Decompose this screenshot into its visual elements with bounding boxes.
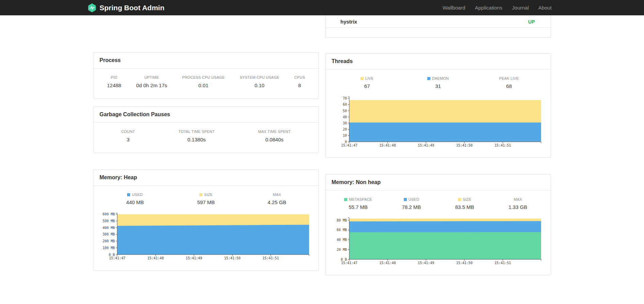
- metric: UPTIME 0d 0h 2m 17s: [135, 75, 169, 88]
- gc-metrics: COUNT 3 TOTAL TIME SPENT 0.1380s MAX TIM…: [99, 130, 312, 142]
- legend-item: LIVE 67: [332, 76, 402, 89]
- metric-value: 12488: [107, 82, 121, 88]
- svg-text:10: 10: [343, 134, 347, 137]
- health-card-partial: hystrix UP: [325, 15, 551, 38]
- legend-label: METASPACE: [349, 197, 372, 201]
- nav-link[interactable]: About: [534, 0, 556, 15]
- health-card-bottom-space: [325, 28, 551, 37]
- threads-legend: LIVE 67 DAEMON 31: [332, 76, 545, 89]
- legend-label: SIZE: [204, 193, 213, 197]
- legend-item: PEAK LIVE 68: [474, 76, 545, 89]
- health-service-name: hystrix: [340, 19, 357, 25]
- legend-label: LIVE: [365, 76, 374, 80]
- svg-text:60 MB: 60 MB: [337, 228, 347, 232]
- legend-label: SIZE: [463, 197, 471, 201]
- legend-item: USED 78.2 MB: [385, 197, 438, 210]
- metric-value: 3: [121, 137, 135, 142]
- svg-text:15:41:51: 15:41:51: [494, 261, 511, 265]
- legend-value: 55.7 MB: [332, 204, 385, 210]
- metric-label: COUNT: [121, 130, 135, 134]
- brand-link[interactable]: Spring Boot Admin: [88, 3, 165, 12]
- heap-memory-card: Memory: Heap USED 440 MB: [93, 169, 319, 271]
- metric: SYSTEM CPU USAGE 0.10: [238, 75, 280, 88]
- metric-value: 8: [294, 82, 305, 88]
- legend-label: DAEMON: [432, 76, 449, 80]
- svg-text:70: 70: [343, 96, 347, 100]
- legend-value: 67: [332, 83, 402, 89]
- nav-link[interactable]: Applications: [470, 0, 507, 15]
- legend-value: 31: [402, 83, 473, 89]
- process-card-title: Process: [93, 52, 319, 69]
- svg-text:15:41:50: 15:41:50: [456, 261, 473, 265]
- metric-label: UPTIME: [136, 75, 167, 79]
- navbar-links: Wallboard Applications Journal About: [438, 0, 556, 15]
- svg-text:15:41:51: 15:41:51: [262, 256, 279, 260]
- main-content: Process PID 12488 UPTIME 0d 0h 2m 17s: [93, 15, 551, 275]
- legend-swatch: [404, 198, 407, 201]
- metric-value: 0.1380s: [179, 137, 215, 142]
- nonheap-memory-card: Memory: Non heap METASPACE 55.7 MB: [325, 174, 551, 275]
- svg-text:15:41:49: 15:41:49: [418, 143, 434, 147]
- svg-text:600 MB: 600 MB: [103, 212, 115, 216]
- svg-text:15:41:51: 15:41:51: [494, 143, 511, 147]
- svg-text:50: 50: [343, 109, 347, 113]
- legend-value: 597 MB: [170, 199, 241, 205]
- process-metrics: PID 12488 UPTIME 0d 0h 2m 17s PROCESS CP…: [99, 75, 312, 88]
- heap-legend: USED 440 MB SIZE 597 MB: [99, 193, 312, 205]
- nav-link[interactable]: Journal: [507, 0, 534, 15]
- gc-card-title: Garbage Collection Pauses: [93, 107, 319, 123]
- nonheap-memory-chart: 80 MB60 MB40 MB20 MB0 B15:41:4715:41:481…: [332, 216, 545, 265]
- svg-text:15:41:48: 15:41:48: [148, 256, 164, 260]
- svg-text:30: 30: [343, 121, 347, 125]
- svg-text:80 MB: 80 MB: [337, 218, 347, 222]
- legend-value: 4.25 GB: [242, 199, 312, 205]
- svg-text:40 MB: 40 MB: [337, 238, 347, 242]
- nav-link[interactable]: Wallboard: [438, 0, 470, 15]
- svg-text:100 MB: 100 MB: [103, 246, 115, 250]
- svg-text:0: 0: [345, 140, 347, 144]
- svg-text:15:41:50: 15:41:50: [456, 143, 473, 147]
- spring-boot-admin-logo-icon: [88, 3, 96, 12]
- svg-text:40: 40: [343, 115, 347, 119]
- gc-pauses-card: Garbage Collection Pauses COUNT 3 TOTAL …: [93, 106, 319, 153]
- metric-value: 0.0840s: [258, 137, 291, 142]
- health-row: hystrix UP: [325, 15, 551, 28]
- svg-text:15:41:49: 15:41:49: [186, 256, 202, 260]
- svg-text:15:41:47: 15:41:47: [341, 143, 357, 147]
- threads-card: Threads LIVE 67: [325, 53, 551, 158]
- metric: MAX TIME SPENT 0.0840s: [257, 130, 292, 142]
- legend-label: MAX: [273, 193, 281, 197]
- left-column: Process PID 12488 UPTIME 0d 0h 2m 17s: [93, 15, 319, 271]
- metric-label: MAX TIME SPENT: [258, 130, 291, 134]
- svg-text:15:41:48: 15:41:48: [380, 143, 396, 147]
- legend-label: MAX: [514, 197, 522, 201]
- metric: COUNT 3: [120, 130, 136, 142]
- legend-item: MAX 4.25 GB: [242, 193, 312, 205]
- metric-label: TOTAL TIME SPENT: [179, 130, 215, 134]
- legend-value: 440 MB: [99, 199, 170, 205]
- svg-text:0 B: 0 B: [341, 258, 347, 261]
- legend-label: USED: [132, 193, 142, 197]
- legend-item: METASPACE 55.7 MB: [332, 197, 385, 210]
- legend-value: 83.5 MB: [438, 204, 491, 210]
- legend-item: MAX 1.33 GB: [491, 197, 545, 210]
- svg-text:15:41:48: 15:41:48: [380, 261, 396, 265]
- legend-item: SIZE 83.5 MB: [438, 197, 491, 210]
- svg-text:15:41:49: 15:41:49: [418, 261, 434, 265]
- heap-card-title: Memory: Heap: [93, 170, 319, 186]
- legend-label: PEAK LIVE: [499, 76, 519, 80]
- metric-label: PID: [107, 75, 121, 79]
- metric-value: 0.10: [240, 82, 279, 88]
- metric-value: 0d 0h 2m 17s: [136, 82, 167, 88]
- nonheap-card-title: Memory: Non heap: [325, 174, 551, 191]
- legend-swatch: [344, 198, 347, 201]
- svg-text:0 B: 0 B: [109, 253, 115, 257]
- metric: TOTAL TIME SPENT 0.1380s: [177, 130, 216, 142]
- legend-swatch: [458, 198, 461, 201]
- metric-label: PROCESS CPU USAGE: [182, 75, 225, 79]
- svg-text:20: 20: [343, 127, 347, 131]
- svg-text:400 MB: 400 MB: [103, 226, 115, 230]
- brand-title: Spring Boot Admin: [99, 4, 165, 12]
- metric: CPUS 8: [293, 75, 306, 88]
- threads-card-title: Threads: [325, 54, 551, 70]
